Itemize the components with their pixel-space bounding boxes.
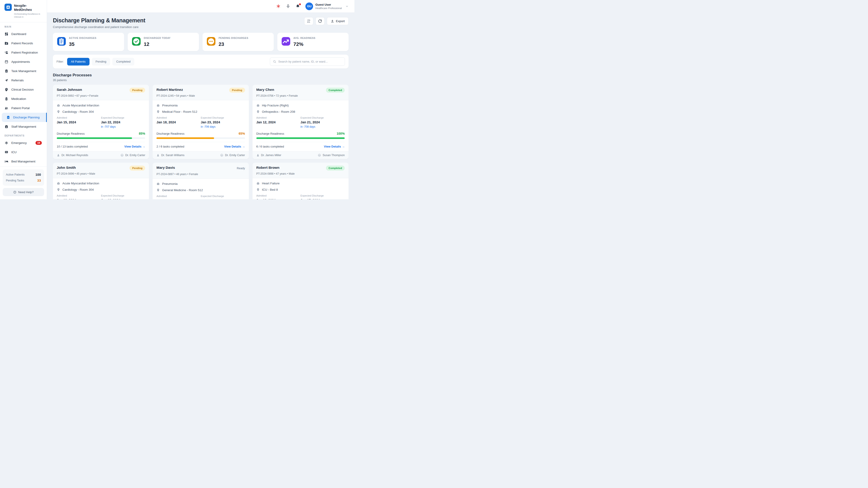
- days-remaining: in -707 days: [101, 125, 145, 128]
- records-icon: [4, 41, 8, 45]
- sidebar-item-icu[interactable]: ICU: [0, 148, 47, 157]
- patient-meta: PT-2024-0897 • 46 years • Female: [156, 173, 245, 176]
- nav-section-label: MAIN: [4, 26, 42, 28]
- auto-refresh-off-button[interactable]: [304, 17, 313, 25]
- view-details-link[interactable]: View Details →: [224, 145, 245, 148]
- location-text: General Medicine - Room 512: [162, 188, 203, 192]
- care-team-name: Dr. Emily Carter: [225, 154, 245, 157]
- status-badge: Pending: [129, 166, 145, 170]
- diagnosis-text: Hip Fracture (Right): [262, 104, 289, 107]
- main-content: Discharge Planning & Management Comprehe…: [47, 13, 354, 199]
- location-pin-icon: [156, 188, 160, 192]
- care-team-icon: [121, 154, 124, 157]
- diagnosis-icon: [57, 182, 60, 185]
- view-details-link[interactable]: View Details →: [324, 145, 345, 148]
- sidebar-item-clinical-decision[interactable]: Clinical Decision: [0, 85, 47, 94]
- page-subtitle: Comprehensive discharge coordination and…: [53, 25, 145, 29]
- expected-discharge-date: Jan 17, 2024: [301, 198, 345, 199]
- search-box[interactable]: [270, 57, 345, 66]
- sidebar-item-dashboard[interactable]: Dashboard: [0, 29, 47, 39]
- diagnosis-text: Acute Myocardial Infarction: [62, 104, 99, 107]
- location-text: Medical Floor - Room 512: [162, 110, 197, 113]
- user-menu[interactable]: GU Guest User Healthcare Professional: [305, 2, 348, 10]
- patient-meta: PT-2024-0896 • 45 years • Male: [57, 172, 145, 175]
- status-badge: Completed: [326, 166, 345, 170]
- status-badge: Pending: [129, 88, 145, 93]
- patient-card-header: Mary Chen Completed PT-2024-0756 • 72 ye…: [252, 85, 348, 100]
- filter-pill-all-patients[interactable]: All Patients: [67, 58, 90, 66]
- sidebar-item-discharge-planning[interactable]: Discharge Planning: [2, 113, 47, 122]
- sidebar-item-emergency[interactable]: Emergency19: [0, 138, 47, 148]
- sidebar-item-medication[interactable]: Medication: [0, 94, 47, 103]
- patient-card-header: Robert Martinez Pending PT-2024-1245 • 5…: [153, 85, 249, 100]
- admitted-label: Admitted: [256, 116, 301, 119]
- view-details-link[interactable]: View Details →: [124, 145, 145, 148]
- expected-discharge-date: Jan 13, 2024: [101, 198, 145, 199]
- user-name: Guest User: [315, 3, 342, 6]
- patient-card-footer: Dr. James Miller Susan Thompson: [252, 151, 348, 159]
- filter-label: Filter:: [57, 60, 64, 63]
- sidebar-item-patient-portal[interactable]: Patient Portal: [0, 103, 47, 113]
- export-button[interactable]: Export: [327, 17, 348, 25]
- patient-name: John Smith: [57, 166, 76, 170]
- med-icon: [4, 97, 8, 101]
- section-title: Discharge Processes: [53, 73, 348, 77]
- microphone-icon[interactable]: [286, 4, 290, 8]
- patient-card-footer: Dr. Michael Reynolds Dr. Emily Carter: [53, 151, 149, 159]
- need-help-button[interactable]: Need Help?: [3, 188, 44, 196]
- patient-card-header: Robert Brown Completed PT-2024-0898 • 47…: [252, 163, 348, 178]
- expected-discharge-label: Expected Discharge: [101, 116, 145, 119]
- diagnosis-icon: [156, 104, 160, 107]
- sidebar-item-patient-registration[interactable]: Patient Registration: [0, 48, 47, 57]
- stat-card-value: 35: [69, 41, 96, 47]
- tasks-icon: [4, 69, 8, 73]
- sidebar-item-label: Appointments: [11, 60, 30, 64]
- page-title: Discharge Planning & Management: [53, 17, 145, 24]
- diagnosis-icon: [156, 182, 160, 186]
- patient-card: John Smith Pending PT-2024-0896 • 45 yea…: [53, 163, 149, 199]
- patient-card: Sarah Johnson Pending PT-2024-0892 • 67 …: [53, 85, 149, 159]
- topbar: GU Guest User Healthcare Professional: [47, 0, 354, 13]
- patient-meta: PT-2024-0898 • 47 years • Male: [256, 172, 345, 175]
- emergency-asterisk-icon[interactable]: [276, 4, 281, 8]
- care-team-icon: [220, 154, 223, 157]
- readiness-label: Discharge Readiness: [256, 132, 284, 135]
- readiness-progress-fill: [256, 137, 345, 139]
- readiness-percent: 85%: [139, 132, 145, 135]
- sidebar-item-staff-management[interactable]: Staff Management: [0, 122, 47, 131]
- brand: Nexgile-MedOrchex Orchestrating Excellen…: [0, 0, 47, 21]
- refresh-button[interactable]: [315, 17, 324, 25]
- calendar-icon: [4, 60, 8, 64]
- admitted-label: Admitted: [57, 194, 101, 197]
- expected-discharge-date: Jan 23, 2024: [201, 121, 245, 124]
- sidebar-item-label: Clinical Decision: [11, 88, 34, 91]
- sidebar-item-patient-records[interactable]: Patient Records: [0, 39, 47, 48]
- tasks-completed-text: 10 / 13 tasks completed: [57, 145, 88, 148]
- patient-name: Mary Chen: [256, 88, 274, 92]
- admitted-date: Jan 10, 2024: [57, 198, 101, 199]
- user-role: Healthcare Professional: [315, 7, 342, 9]
- stat-card-value: 12: [144, 41, 170, 47]
- stat-label: Active Patients: [6, 173, 25, 176]
- location-text: ICU - Bed 8: [262, 188, 278, 191]
- trend_stat-icon: [282, 37, 290, 46]
- location-pin-icon: [256, 110, 260, 113]
- notifications-bell-icon[interactable]: [296, 4, 300, 8]
- sidebar-item-task-management[interactable]: Task Management: [0, 66, 47, 76]
- location-pin-icon: [156, 110, 160, 113]
- filter-pill-pending[interactable]: Pending: [92, 58, 110, 66]
- patient-card-header: John Smith Pending PT-2024-0896 • 45 yea…: [53, 163, 149, 178]
- sidebar-item-label: Discharge Planning: [13, 116, 39, 119]
- medical-cross-icon: [5, 4, 11, 10]
- readiness-percent: 65%: [239, 132, 245, 135]
- refresh-icon: [318, 19, 322, 23]
- sidebar-item-bed-management[interactable]: Bed Management: [0, 157, 47, 166]
- notification-dot: [299, 3, 301, 5]
- stat-card-value: 23: [219, 41, 248, 47]
- stats-row: ACTIVE DISCHARGES35DISCHARGED TODAY12PEN…: [53, 33, 348, 51]
- sidebar-item-appointments[interactable]: Appointments: [0, 57, 47, 66]
- search-input[interactable]: [278, 60, 342, 63]
- filter-pill-completed[interactable]: Completed: [112, 58, 134, 66]
- sidebar-item-referrals[interactable]: Referrals: [0, 76, 47, 85]
- doctor-icon: [57, 154, 60, 157]
